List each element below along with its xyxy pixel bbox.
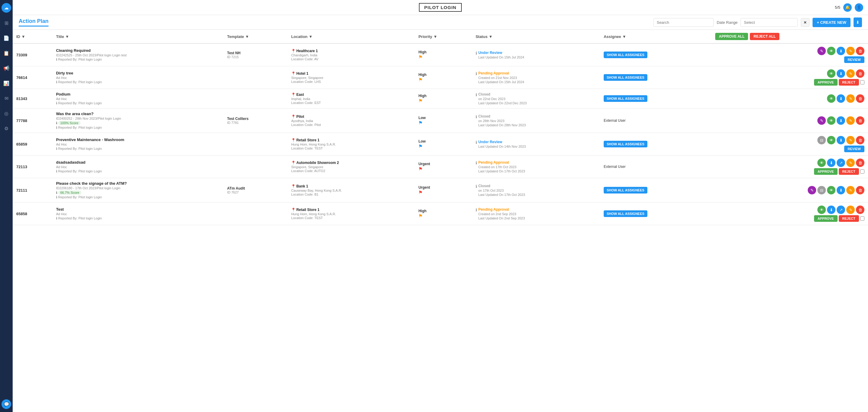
cell-actions: 👁⬇↗✎🗑APPROVEREJECT [712, 156, 868, 178]
download-button[interactable]: ⬇ [854, 18, 862, 27]
view-icon-button[interactable]: 👁 [817, 159, 826, 167]
row-checkbox[interactable] [860, 80, 864, 85]
edit-icon-button[interactable]: ✎ [817, 47, 826, 55]
user-icon[interactable]: 👤 [855, 3, 863, 12]
view-icon-button[interactable]: 👁 [827, 116, 835, 125]
view-icon-button[interactable]: 👁 [817, 205, 826, 214]
cell-location: 📍Automobile Showroom 2Singapore, Singapo… [287, 156, 415, 178]
delete-icon-button[interactable]: 🗑 [856, 69, 864, 78]
show-assignees-button[interactable]: SHOW ALL ASSIGNEES [604, 141, 647, 147]
show-assignees-button[interactable]: SHOW ALL ASSIGNEES [604, 210, 647, 217]
download-icon-button[interactable]: ⬇ [837, 116, 845, 125]
document-icon[interactable]: 📄 [1, 33, 11, 43]
notifications-icon[interactable]: 🔔 [843, 3, 852, 12]
cell-title: Please check the signage of the ATM?ID22… [53, 178, 224, 202]
approve-button[interactable]: APPROVE [814, 168, 838, 175]
delete-icon-button[interactable]: 🗑 [856, 47, 864, 55]
approve-button[interactable]: APPROVE [814, 79, 838, 86]
cell-template [223, 133, 287, 156]
cell-location: 📍PilotAyodhya, IndiaLocation Code: Pilot [287, 108, 415, 133]
view-icon-button[interactable]: 👁 [827, 136, 835, 145]
megaphone-icon[interactable]: 📢 [1, 63, 11, 73]
table-container: ID ▼ Title ▼ Template ▼ Location ▼ Prior… [13, 30, 868, 412]
gray-icon-button[interactable]: ⊟ [817, 136, 826, 145]
orange-edit-icon-button[interactable]: ✎ [846, 116, 855, 125]
cell-status: ℹPending ApprovalCreated on 21st Nov 202… [472, 66, 600, 89]
approve-all-button[interactable]: APPROVE ALL [715, 33, 748, 40]
col-location: Location ▼ [287, 30, 415, 43]
orange-edit-icon-button[interactable]: ✎ [846, 47, 855, 55]
envelope-icon[interactable]: ✉ [1, 93, 11, 103]
clear-date-button[interactable]: ✕ [801, 18, 809, 27]
header-controls: Date Range ✕ + CREATE NEW ⬇ [653, 18, 862, 27]
cell-title: dsadsadasdsadAd Hocℹ Reported By: Pilot … [53, 156, 224, 178]
header-right: 5/5 🔔 👤 [835, 3, 863, 12]
view-icon-button[interactable]: 👁 [827, 69, 835, 78]
orange-edit-icon-button[interactable]: ✎ [846, 205, 855, 214]
gray-icon-button[interactable]: ⊟ [817, 186, 826, 194]
show-assignees-button[interactable]: SHOW ALL ASSIGNEES [604, 74, 647, 81]
reject-button[interactable]: REJECT [839, 168, 859, 175]
orange-edit-icon-button[interactable]: ✎ [846, 159, 855, 167]
row-checkbox[interactable] [860, 216, 864, 221]
cell-status: ℹUnder ReviewLast Updated On 15th Jul 20… [472, 43, 600, 66]
target-icon[interactable]: ◎ [1, 108, 11, 118]
delete-icon-button[interactable]: 🗑 [856, 205, 864, 214]
chat-icon[interactable]: 💬 [1, 399, 11, 409]
orange-edit-icon-button[interactable]: ✎ [846, 94, 855, 103]
delete-icon-button[interactable]: 🗑 [856, 94, 864, 103]
orange-edit-icon-button[interactable]: ✎ [846, 186, 855, 194]
edit-icon-button[interactable]: ✎ [808, 186, 816, 194]
show-assignees-button[interactable]: SHOW ALL ASSIGNEES [604, 95, 647, 102]
reject-button[interactable]: REJECT [839, 215, 859, 222]
download-icon-button[interactable]: ⬇ [837, 69, 845, 78]
share-icon-button[interactable]: ↗ [837, 159, 845, 167]
show-assignees-button[interactable]: SHOW ALL ASSIGNEES [604, 187, 647, 193]
edit-icon-button[interactable]: ✎ [817, 116, 826, 125]
cell-actions: 👁⬇✎🗑 [712, 89, 868, 108]
delete-icon-button[interactable]: 🗑 [856, 159, 864, 167]
chart-icon[interactable]: 📊 [1, 78, 11, 88]
create-new-button[interactable]: + CREATE NEW [812, 18, 850, 27]
app-logo[interactable]: ☁ [1, 3, 11, 13]
review-button[interactable]: REVIEW [844, 146, 864, 152]
download-icon-button[interactable]: ⬇ [837, 47, 845, 55]
cell-actions: ✎👁⬇✎🗑 [712, 108, 868, 133]
table-row: 72111Please check the signage of the ATM… [13, 178, 868, 202]
grid-icon[interactable]: ⊞ [1, 18, 11, 28]
main-content: PILOT LOGIN 5/5 🔔 👤 Action Plan Date Ran… [13, 0, 868, 412]
delete-icon-button[interactable]: 🗑 [856, 186, 864, 194]
cell-actions: 👁⬇✎🗑APPROVEREJECT [712, 66, 868, 89]
download-icon-button[interactable]: ⬇ [827, 205, 835, 214]
gear-icon[interactable]: ⚙ [1, 124, 11, 133]
download-icon-button[interactable]: ⬇ [837, 136, 845, 145]
delete-icon-button[interactable]: 🗑 [856, 116, 864, 125]
row-checkbox[interactable] [860, 169, 864, 173]
cell-priority: High⚑ [415, 202, 472, 225]
document2-icon[interactable]: 📋 [1, 48, 11, 58]
cell-template [223, 89, 287, 108]
view-icon-button[interactable]: 👁 [827, 94, 835, 103]
orange-edit-icon-button[interactable]: ✎ [846, 136, 855, 145]
cell-status: ℹClosedon 28th Nov 2023Last Updated On 2… [472, 108, 600, 133]
table-row: 72113dsadsadasdsadAd Hocℹ Reported By: P… [13, 156, 868, 178]
reject-button[interactable]: REJECT [839, 79, 859, 86]
date-range-select[interactable] [741, 18, 798, 27]
reject-all-button[interactable]: REJECT ALL [750, 33, 779, 40]
orange-edit-icon-button[interactable]: ✎ [846, 69, 855, 78]
table-row: 65859Preventive Maintenance - WashroomAd… [13, 133, 868, 156]
show-assignees-button[interactable]: SHOW ALL ASSIGNEES [604, 52, 647, 58]
delete-icon-button[interactable]: 🗑 [856, 136, 864, 145]
download-icon-button[interactable]: ⬇ [837, 186, 845, 194]
view-icon-button[interactable]: 👁 [827, 47, 835, 55]
download-icon-button[interactable]: ⬇ [837, 94, 845, 103]
review-button[interactable]: REVIEW [844, 56, 864, 63]
approve-button[interactable]: APPROVE [814, 215, 838, 222]
view-icon-button[interactable]: 👁 [827, 186, 835, 194]
share-icon-button[interactable]: ↗ [837, 205, 845, 214]
download-icon-button[interactable]: ⬇ [827, 159, 835, 167]
cell-actions: ✎👁⬇✎🗑REVIEW [712, 43, 868, 66]
table-row: 77788Was the area clean?ID2400252 - 28th… [13, 108, 868, 133]
search-input[interactable] [653, 18, 714, 27]
cell-template [223, 202, 287, 225]
